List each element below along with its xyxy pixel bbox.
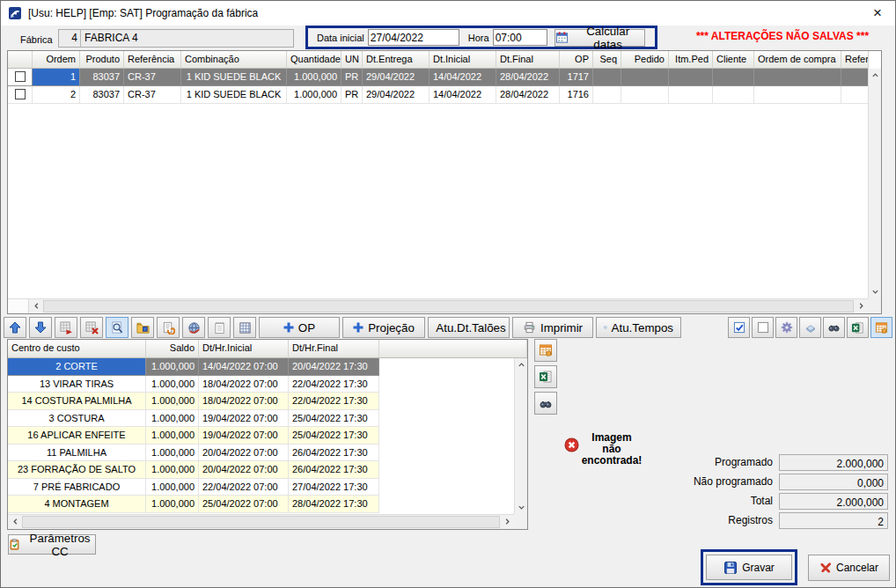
imprimir-button[interactable]: Imprimir: [512, 317, 593, 338]
parametros-cc-button[interactable]: Parâmetros CC: [8, 534, 96, 555]
order-row[interactable]: 1 83037 CR-37 1 KID SUEDE BLACK 1.000,00…: [8, 69, 881, 86]
cell-centro-custo: 4 MONTAGEM: [8, 496, 146, 513]
row-checkbox[interactable]: [15, 71, 26, 82]
cell-dthr-inicial: 20/04/2022 07:00: [199, 461, 289, 479]
export-excel-button[interactable]: [847, 317, 869, 338]
globe-button[interactable]: [182, 317, 205, 338]
hora-label: Hora: [459, 33, 493, 43]
scroll-up-icon[interactable]: [515, 358, 527, 371]
open-folder-button[interactable]: [131, 317, 154, 338]
col-referencia[interactable]: Referência: [124, 51, 181, 69]
cell-saldo: 1.000,000: [146, 427, 199, 445]
check-all-button[interactable]: [728, 317, 750, 338]
cost-row[interactable]: 7 PRÉ FABRICADO 1.000,000 22/04/2022 07:…: [8, 479, 527, 496]
cc-export-excel-button[interactable]: [534, 365, 557, 388]
col-dthr-inicial[interactable]: Dt/Hr.Inicial: [199, 340, 289, 358]
uncheck-all-button[interactable]: [752, 317, 774, 338]
col-dt-inicial[interactable]: Dt.Inicial: [430, 51, 496, 69]
scroll-up-icon[interactable]: [869, 69, 881, 82]
hora-input[interactable]: [493, 29, 547, 46]
col-pedido[interactable]: Pedido: [621, 51, 669, 69]
preview-button[interactable]: [106, 317, 129, 338]
cost-row[interactable]: 13 VIRAR TIRAS 1.000,000 18/04/2022 07:0…: [8, 376, 527, 393]
col-dt-final[interactable]: Dt.Final: [496, 51, 560, 69]
cell-saldo: 1.000,000: [146, 496, 199, 513]
cost-row[interactable]: 23 FORRAÇÃO DE SALTO 1.000,000 20/04/202…: [8, 461, 527, 479]
grid-view-button[interactable]: [233, 317, 256, 338]
cell-dthr-final: 28/04/2022 17:30: [289, 496, 379, 513]
cc-schedule-button[interactable]: [534, 339, 557, 362]
row-checkbox[interactable]: [15, 89, 26, 99]
notes-button[interactable]: [208, 317, 231, 338]
col-centro-custo[interactable]: Centro de custo: [8, 340, 146, 358]
data-inicial-label: Data inicial: [308, 33, 368, 43]
cost-row[interactable]: 4 MONTAGEM 1.000,000 25/04/2022 07:00 28…: [8, 496, 527, 513]
cost-row[interactable]: 14 COSTURA PALMILHA 1.000,000 18/04/2022…: [8, 393, 527, 410]
add-op-button[interactable]: OP: [259, 317, 340, 338]
atu-dt-taloes-button[interactable]: Atu.Dt.Talões: [428, 317, 510, 338]
scroll-right-icon[interactable]: [500, 515, 514, 528]
search-button[interactable]: [823, 317, 845, 338]
cc-search-button[interactable]: [534, 392, 557, 415]
order-row[interactable]: 2 83037 CR-37 1 KID SUEDE BLACK 1.000,00…: [8, 86, 881, 104]
col-refer[interactable]: Refer: [841, 51, 869, 69]
move-up-button[interactable]: [4, 317, 26, 338]
summary-nao-programado: Não programado 0,000: [617, 473, 888, 490]
cell-un: PR: [342, 86, 363, 104]
col-produto[interactable]: Produto: [80, 51, 124, 69]
cost-row[interactable]: 3 COSTURA 1.000,000 19/04/2022 07:00 25/…: [8, 410, 527, 428]
add-projecao-button[interactable]: Projeção: [342, 317, 425, 338]
settings-button[interactable]: [775, 317, 797, 338]
cost-row[interactable]: 16 APLICAR ENFEITE 1.000,000 19/04/2022 …: [8, 427, 527, 445]
move-down-button[interactable]: [29, 317, 52, 338]
orders-horizontal-scrollbar[interactable]: [8, 298, 868, 313]
cancelar-button[interactable]: Cancelar: [808, 555, 890, 581]
cost-horizontal-scrollbar[interactable]: [8, 514, 514, 529]
col-quantidade[interactable]: Quantidade: [287, 51, 342, 69]
orders-vertical-scrollbar[interactable]: [868, 69, 881, 298]
scroll-right-icon[interactable]: [854, 299, 868, 312]
col-ordem-compra[interactable]: Ordem de compra: [754, 51, 841, 69]
col-saldo[interactable]: Saldo: [146, 340, 199, 358]
scroll-down-icon[interactable]: [869, 285, 881, 298]
col-op[interactable]: OP: [560, 51, 593, 69]
scroll-left-icon[interactable]: [8, 515, 22, 528]
scroll-thumb[interactable]: [43, 300, 854, 312]
eraser-button[interactable]: [799, 317, 821, 338]
col-cliente[interactable]: Cliente: [713, 51, 754, 69]
scroll-thumb[interactable]: [22, 516, 500, 528]
schedule-button[interactable]: [870, 317, 892, 338]
row-checkbox-cell: [8, 69, 33, 86]
fabrica-field[interactable]: 4 FABRICA 4: [58, 29, 294, 48]
col-checkbox[interactable]: [8, 51, 33, 69]
grid-delete-row-button[interactable]: [80, 317, 103, 338]
scroll-left-icon[interactable]: [29, 299, 43, 312]
cost-vertical-scrollbar[interactable]: [514, 358, 527, 514]
cost-row[interactable]: 2 CORTE 1.000,000 14/04/2022 07:00 20/04…: [8, 358, 527, 376]
document-refresh-button[interactable]: [157, 317, 180, 338]
col-seq[interactable]: Seq: [593, 51, 621, 69]
data-inicial-input[interactable]: [368, 29, 459, 46]
grid-move-row-button[interactable]: [55, 317, 77, 338]
cell-filler: [379, 461, 527, 479]
scroll-corner: [868, 298, 881, 313]
plus-icon: [283, 322, 294, 333]
cell-dthr-inicial: 19/04/2022 07:00: [199, 427, 289, 445]
programado-label: Programado: [617, 456, 779, 468]
gravar-button[interactable]: Gravar: [706, 555, 792, 580]
calcular-datas-button[interactable]: Calcular datas: [554, 29, 645, 47]
cell-dthr-inicial: 18/04/2022 07:00: [199, 393, 289, 410]
close-icon[interactable]: ×: [869, 4, 886, 22]
cost-row[interactable]: 11 PALMILHA 1.000,000 20/04/2022 07:00 2…: [8, 445, 527, 462]
col-dthr-final[interactable]: Dt/Hr.Final: [289, 340, 379, 358]
col-un[interactable]: UN: [342, 51, 363, 69]
col-ordem[interactable]: Ordem: [33, 51, 80, 69]
col-dt-entrega[interactable]: Dt.Entrega: [363, 51, 430, 69]
cell-saldo: 1.000,000: [146, 393, 199, 410]
atu-tempos-button[interactable]: Atu.Tempos: [596, 317, 681, 338]
cell-dt-inicial: 14/04/2022: [430, 69, 496, 86]
scroll-down-icon[interactable]: [515, 501, 527, 514]
col-itm-ped[interactable]: Itm.Ped: [669, 51, 713, 69]
row-checkbox-cell: [8, 86, 33, 104]
col-combinacao[interactable]: Combinação: [181, 51, 287, 69]
